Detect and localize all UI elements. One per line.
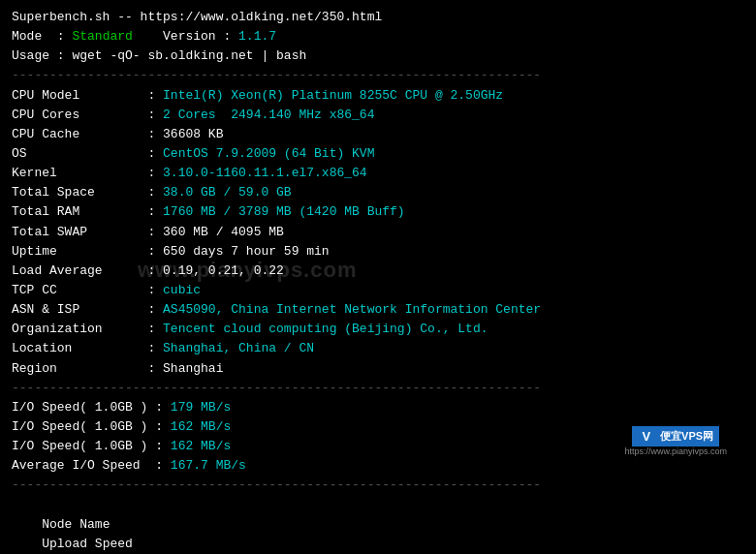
io1-line: I/O Speed( 1.0GB ) : 179 MB/s — [12, 398, 744, 417]
kernel-line: Kernel : 3.10.0-1160.11.1.el7.x86_64 — [12, 164, 744, 183]
divider-2: ----------------------------------------… — [12, 379, 744, 398]
tcp-cc-line: TCP CC : cubic — [12, 281, 744, 300]
asn-line: ASN & ISP : AS45090, China Internet Netw… — [12, 300, 744, 320]
cpu-model-line: CPU Model : Intel(R) Xeon(R) Platinum 82… — [12, 86, 744, 106]
usage-line: Usage : wget -qO- sb.oldking.net | bash — [12, 46, 744, 66]
org-line: Organization : Tencent cloud computing (… — [12, 320, 744, 339]
total-space-line: Total Space : 38.0 GB / 59.0 GB — [12, 183, 744, 202]
uptime-line: Uptime : 650 days 7 hour 59 min — [12, 242, 744, 262]
total-ram-line: Total RAM : 1760 MB / 3789 MB (1420 MB B… — [12, 202, 744, 222]
io2-line: I/O Speed( 1.0GB ) : 162 MB/s — [12, 417, 744, 437]
title-line: Superbench.sh -- https://www.oldking.net… — [12, 8, 744, 27]
network-header: Node Name Upload Speed Download Speed La… — [12, 496, 744, 554]
cpu-cache-line: CPU Cache : 36608 KB — [12, 125, 744, 144]
load-avg-line: Load Average : 0.19, 0.21, 0.22 — [12, 262, 744, 281]
os-line: OS : CentOS 7.9.2009 (64 Bit) KVM — [12, 144, 744, 164]
cpu-cores-line: CPU Cores : 2 Cores 2494.140 MHz x86_64 — [12, 106, 744, 125]
terminal: Superbench.sh -- https://www.oldking.net… — [12, 8, 744, 554]
io3-line: I/O Speed( 1.0GB ) : 162 MB/s — [12, 437, 744, 456]
avg-io-line: Average I/O Speed : 167.7 MB/s — [12, 456, 744, 476]
mode-line: Mode : Standard Version : 1.1.7 — [12, 27, 744, 46]
total-swap-line: Total SWAP : 360 MB / 4095 MB — [12, 223, 744, 242]
location-line: Location : Shanghai, China / CN — [12, 339, 744, 358]
divider-3: ----------------------------------------… — [12, 476, 744, 495]
divider-1: ----------------------------------------… — [12, 66, 744, 85]
region-line: Region : Shanghai — [12, 359, 744, 379]
